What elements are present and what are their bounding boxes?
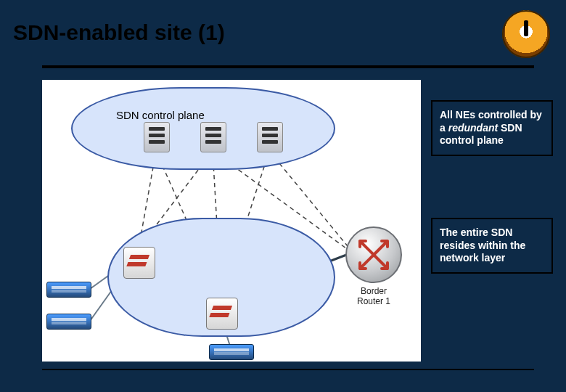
controller-icon	[144, 122, 170, 152]
network-diagram: SDN control plane BorderRouter 1	[42, 80, 421, 362]
border-router-label: BorderRouter 1	[345, 286, 402, 307]
divider-bottom	[42, 369, 534, 370]
control-plane-label: SDN control plane	[116, 109, 205, 121]
callout-text: The entire SDN resides within the networ…	[440, 226, 525, 264]
callout-box-1: All NEs controlled by a redundant SDN co…	[431, 100, 553, 156]
switch-icon	[123, 247, 155, 279]
server-rack-icon	[46, 282, 91, 298]
border-router: BorderRouter 1	[345, 226, 402, 307]
divider-top	[42, 65, 534, 68]
controller-icon	[257, 122, 283, 152]
callout-emphasis: redundant	[448, 122, 498, 134]
caltech-logo-icon	[502, 10, 550, 58]
server-rack-icon	[209, 344, 254, 360]
switch-icon	[206, 298, 238, 330]
callout-box-2: The entire SDN resides within the networ…	[431, 218, 553, 274]
server-rack-icon	[46, 314, 91, 330]
slide-title: SDN-enabled site (1)	[13, 20, 225, 45]
router-icon	[345, 226, 402, 283]
controller-icon	[200, 122, 226, 152]
